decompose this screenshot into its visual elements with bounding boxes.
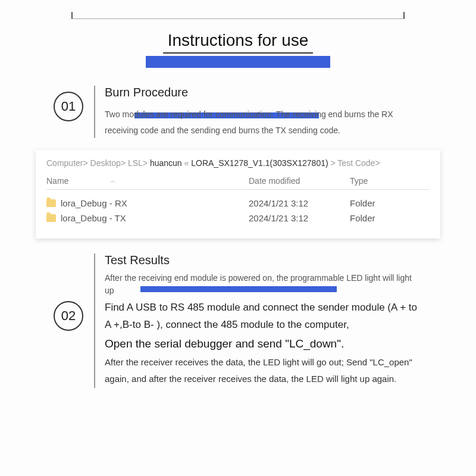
- step-2-p1: After the receiving end module is powere…: [105, 272, 422, 297]
- step-2-p4: After the receiver receives the data, th…: [105, 354, 422, 388]
- breadcrumb-path: Computer> Desktop> LSL>: [46, 158, 150, 168]
- step-number-01: 01: [54, 92, 83, 121]
- step-1-desc-text: Two modules are required for communicati…: [105, 109, 393, 135]
- highlight-marker: [140, 286, 337, 292]
- folder-icon: [46, 199, 56, 207]
- breadcrumb-sep: «: [184, 158, 192, 168]
- breadcrumb-tail: > Test Code>: [331, 158, 380, 168]
- sort-caret-icon: ︿: [110, 177, 116, 185]
- file-explorer-panel: Computer> Desktop> LSL> huancun « LORA_S…: [36, 150, 440, 239]
- file-date: 2024/1/21 3:12: [249, 213, 350, 223]
- step-number-02: 02: [54, 301, 83, 331]
- breadcrumb-active-1: huancun: [150, 158, 182, 168]
- breadcrumb[interactable]: Computer> Desktop> LSL> huancun « LORA_S…: [46, 158, 430, 168]
- page-title: Instructions for use: [163, 31, 314, 54]
- file-date: 2024/1/21 3:12: [249, 198, 350, 208]
- file-type: Folder: [350, 198, 430, 208]
- step-1-desc: Two modules are required for communicati…: [105, 107, 422, 138]
- step-2-title: Test Results: [105, 253, 422, 267]
- step-2: 02 Test Results After the receiving end …: [24, 253, 452, 388]
- column-headers: Name︿ Date modified Type: [46, 176, 430, 190]
- decorative-top-rule: [71, 12, 405, 19]
- step-1: 01 Burn Procedure Two modules are requir…: [24, 86, 452, 138]
- table-row[interactable]: lora_Debug - RX 2024/1/21 3:12 Folder: [46, 196, 430, 211]
- column-date[interactable]: Date modified: [249, 176, 350, 186]
- folder-icon: [46, 214, 56, 222]
- column-name[interactable]: Name︿: [46, 176, 249, 186]
- column-type[interactable]: Type: [350, 176, 430, 186]
- table-row[interactable]: lora_Debug - TX 2024/1/21 3:12 Folder: [46, 211, 430, 226]
- page-title-block: Instructions for use: [24, 31, 452, 68]
- file-type: Folder: [350, 213, 430, 223]
- step-2-p3: Open the serial debugger and send "LC_do…: [105, 337, 422, 350]
- highlight-bar: [146, 56, 330, 68]
- file-name: lora_Debug - RX: [61, 198, 127, 208]
- step-2-p2: Find A USB to RS 485 module and connect …: [105, 299, 422, 334]
- breadcrumb-active-2: LORA_SX1278_V1.1(303SX127801): [191, 158, 328, 168]
- file-name: lora_Debug - TX: [61, 213, 126, 223]
- step-1-title: Burn Procedure: [105, 86, 422, 99]
- column-name-label: Name: [46, 176, 68, 186]
